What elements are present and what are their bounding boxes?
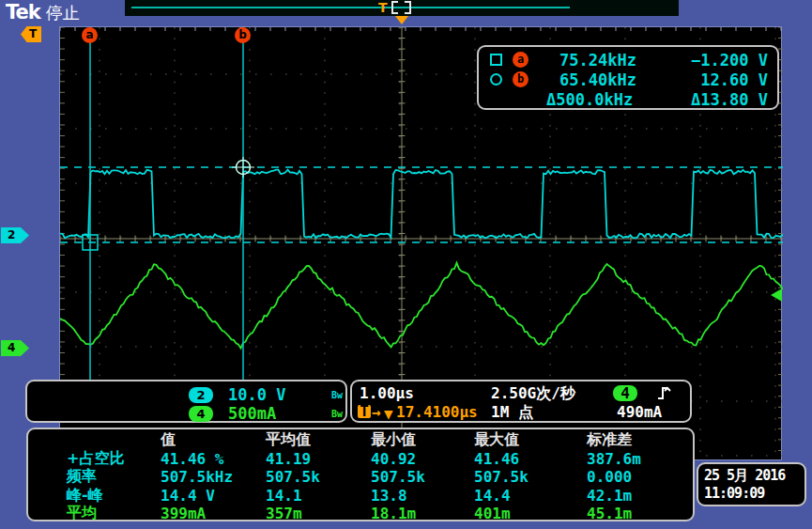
bandwidth-limit-icon: Bw [331, 409, 343, 419]
measure-header-max: 最大值 [474, 431, 587, 450]
cursor-readout-box: a 75.24kHz −1.200 V b 65.40kHz 12.60 V Δ… [477, 45, 779, 110]
channel-2-badge: 2 [36, 488, 60, 503]
measure-header-blank [36, 431, 161, 450]
trigger-arrow-icon: → [372, 403, 381, 421]
date-label: 25 5月 2016 [704, 467, 804, 485]
record-view-bar[interactable]: T [125, 0, 679, 16]
trigger-source-badge[interactable]: 4 [613, 385, 637, 401]
measurement-mean: 14.1 [266, 487, 371, 506]
measurement-value: 507.5kHz [161, 468, 266, 487]
measurement-min: 13.8 [371, 487, 474, 506]
measurement-value: 41.46 % [161, 450, 266, 469]
cursor-a-level: −1.200 V [672, 51, 768, 70]
measurement-table: 值 平均值 最小值 最大值 标准差 2 +占空比 41.46 % 41.19 4… [26, 428, 695, 521]
cursor-b-frequency: 65.40kHz [535, 70, 672, 89]
measure-header-min: 最小值 [371, 431, 474, 450]
ch2-square-waveform [60, 170, 783, 239]
measurement-mean: 41.19 [266, 450, 371, 469]
channel-2-scale[interactable]: 2 10.0 V Bw [189, 385, 343, 404]
sample-rate: 2.50G次/秒 [491, 384, 575, 404]
trigger-level-arrow[interactable] [771, 288, 782, 302]
cursor-b-badge[interactable]: b [235, 27, 251, 43]
channel-4-amps-per-div: 500mA [228, 404, 318, 423]
measurement-name: 峰-峰 [67, 486, 103, 506]
rising-edge-icon [656, 384, 671, 401]
delta-level: Δ13.80 V [672, 90, 768, 109]
record-length: 1M 点 [491, 403, 533, 423]
measurement-max: 14.4 [474, 487, 587, 506]
timebase-scale[interactable]: 1.00μs [360, 384, 414, 402]
measurement-row[interactable]: 2 频率 [36, 468, 161, 487]
channel-4-position-marker[interactable]: 4 [1, 340, 29, 356]
trigger-t-icon: T [358, 405, 371, 418]
datetime-box: 25 5月 2016 11:09:09 [697, 462, 806, 506]
measurement-min: 507.5k [371, 468, 474, 487]
cursor-a-badge[interactable]: a [82, 27, 98, 43]
delta-frequency: Δ500.0kHz [535, 90, 672, 109]
measurement-value: 14.4 V [161, 487, 266, 506]
square-marker-icon [490, 54, 502, 66]
measurement-max: 401m [474, 505, 587, 523]
cursor-a-readout: a 75.24kHz −1.200 V [490, 50, 768, 70]
trigger-position-time[interactable]: 17.4100μs [396, 403, 478, 421]
timebase-row: 1.00μs 2.50G次/秒 4 [352, 384, 690, 404]
measurement-max: 41.46 [474, 450, 587, 469]
measurement-max: 507.5k [474, 468, 587, 487]
timebase-trigger-box: 1.00μs 2.50G次/秒 4 T → ▼ 17.4100μs 1M 点 4… [350, 380, 692, 423]
measurement-min: 18.1m [371, 505, 474, 523]
trigger-t-badge[interactable]: T [21, 26, 41, 42]
cursor-a-badge-small: a [513, 52, 529, 68]
measurement-std: 387.6m [587, 450, 693, 469]
cursor-a-frequency: 75.24kHz [535, 51, 672, 70]
channel-2-badge[interactable]: 2 [189, 387, 213, 403]
measurement-std: 0.000 [587, 468, 693, 487]
trigger-marker-icon: ▼ [384, 405, 393, 423]
channel-scales-box: 2 10.0 V Bw 4 500mA Bw [25, 380, 347, 423]
measurement-mean: 507.5k [266, 468, 371, 487]
cursor-b-level: 12.60 V [672, 70, 768, 89]
channel-2-position-marker[interactable]: 2 [1, 227, 29, 243]
channel-2-volts-per-div: 10.0 V [228, 385, 318, 404]
cursor-b-badge-small: b [513, 71, 529, 87]
channel-4-scale[interactable]: 4 500mA Bw [189, 404, 343, 423]
measurement-row[interactable]: 2 峰-峰 [36, 487, 161, 506]
window-bracket-right-icon[interactable] [405, 1, 411, 14]
cursor-b-readout: b 65.40kHz 12.60 V [490, 70, 768, 89]
measurement-row[interactable]: 4 平均 [36, 505, 161, 523]
trigger-row: T → ▼ 17.4100μs 1M 点 490mA [352, 403, 690, 423]
measure-header-mean: 平均值 [266, 431, 371, 450]
measurement-value: 399mA [161, 505, 266, 523]
trigger-position-icon[interactable] [395, 16, 408, 24]
time-label: 11:09:09 [704, 485, 804, 502]
header: Tek停止 [6, 1, 80, 24]
acquisition-status: 停止 [46, 3, 80, 23]
channel-2-badge: 2 [36, 470, 60, 485]
measurement-mean: 357m [266, 505, 371, 523]
channel-4-badge[interactable]: 4 [189, 406, 213, 422]
channel-2-badge: 2 [36, 451, 60, 466]
measurement-std: 42.1m [587, 487, 693, 506]
measurement-row[interactable]: 2 +占空比 [36, 450, 161, 469]
measurement-name: +占空比 [67, 449, 124, 469]
record-line [131, 7, 570, 8]
measurement-std: 45.1m [587, 505, 693, 523]
record-trigger-t: T [378, 0, 388, 15]
bandwidth-limit-icon: Bw [331, 390, 343, 400]
cursor-delta-readout: Δ500.0kHz Δ13.80 V [490, 89, 768, 109]
measurement-name: 频率 [67, 467, 97, 487]
measurement-name: 平均 [67, 504, 97, 523]
channel-4-badge: 4 [36, 506, 60, 521]
trigger-level-value[interactable]: 490mA [617, 403, 662, 421]
measurement-min: 40.92 [371, 450, 474, 469]
oscilloscope-screen: Tek停止 T T a b 2 4 a 75.24kHz −1.200 V b … [0, 0, 812, 529]
circle-marker-icon [490, 73, 502, 86]
brand-logo: Tek [6, 1, 40, 23]
ch4-triangle-waveform [60, 263, 783, 349]
measure-header-value: 值 [161, 431, 266, 450]
window-bracket-left-icon[interactable] [391, 1, 398, 14]
measure-header-std: 标准差 [587, 431, 693, 450]
